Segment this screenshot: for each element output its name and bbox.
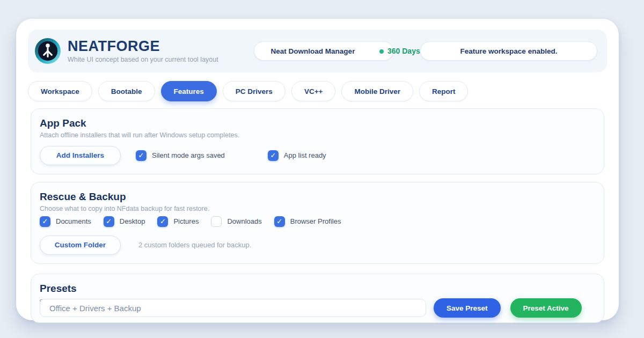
check-icon: ✓ (138, 152, 144, 159)
browser-profiles-checkbox[interactable]: ✓ (274, 216, 285, 227)
browser-profiles-checkbox-group: ✓ Browser Profiles (274, 216, 341, 227)
rescue-backup-title: Rescue & Backup (40, 191, 595, 203)
preset-active-button[interactable]: Preset Active (510, 298, 582, 318)
app-pack-card: App Pack Attach offline installers that … (31, 108, 604, 174)
tab-bootable[interactable]: Bootable (98, 81, 155, 101)
header-right: Neat Download Manager 360 Days Feature w… (254, 41, 597, 61)
save-preset-button[interactable]: Save Preset (434, 298, 501, 318)
app-tagline: White UI concept based on your current t… (68, 56, 218, 63)
status-dot-icon (379, 49, 384, 54)
neatforge-logo-icon (34, 38, 61, 64)
downloads-checkbox-group: Downloads (211, 216, 261, 227)
tab-mobile-driver[interactable]: Mobile Driver (341, 81, 413, 101)
tab-workspace[interactable]: Workspace (28, 81, 92, 101)
downloads-label: Downloads (227, 217, 261, 225)
custom-folder-queue-note: 2 custom folders queued for backup. (138, 241, 251, 249)
app-list-checkbox-group: ✓ App list ready (268, 150, 326, 161)
desktop-label: Desktop (120, 217, 145, 225)
desktop-checkbox-group: ✓ Desktop (104, 216, 145, 227)
check-icon: ✓ (42, 218, 48, 225)
app-list-checkbox[interactable]: ✓ (268, 150, 279, 161)
documents-checkbox-group: ✓ Documents (40, 216, 91, 227)
presets-card: Presets S Save Preset Preset Active (31, 274, 604, 323)
workspace-status-label: Feature workspace enabled. (460, 47, 558, 55)
browser-profiles-label: Browser Profiles (290, 217, 341, 225)
pictures-checkbox-group: ✓ Pictures (157, 216, 199, 227)
check-icon: ✓ (276, 218, 282, 225)
check-icon: ✓ (160, 218, 166, 225)
app-pack-title: App Pack (40, 117, 595, 130)
tab-features[interactable]: Features (161, 81, 217, 101)
documents-checkbox[interactable]: ✓ (40, 216, 50, 227)
rescue-backup-card: Rescue & Backup Choose what to copy into… (31, 182, 604, 264)
silent-mode-label: Silent mode args saved (152, 151, 225, 159)
app-pack-controls: Add Installers ✓ Silent mode args saved … (40, 146, 595, 165)
downloads-checkbox[interactable] (211, 216, 222, 227)
app-header: NEATFORGE White UI concept based on your… (28, 30, 607, 72)
documents-label: Documents (56, 217, 91, 225)
pictures-checkbox[interactable]: ✓ (157, 216, 168, 227)
license-status-label: Neat Download Manager (254, 47, 371, 55)
desktop-checkbox[interactable]: ✓ (104, 216, 114, 227)
tab-vcpp[interactable]: VC++ (291, 81, 336, 101)
check-icon: ✓ (270, 152, 276, 159)
presets-title: Presets (40, 283, 595, 295)
license-status-pill: Neat Download Manager 360 Days (254, 41, 393, 61)
app-list-label: App list ready (284, 151, 326, 159)
license-days-remaining: 360 Days (387, 47, 420, 55)
preset-name-input[interactable] (40, 299, 426, 317)
add-installers-button[interactable]: Add Installers (40, 146, 121, 165)
silent-mode-checkbox[interactable]: ✓ (136, 150, 147, 161)
tab-pc-drivers[interactable]: PC Drivers (223, 81, 286, 101)
custom-folder-row: Custom Folder 2 custom folders queued fo… (40, 236, 595, 255)
pictures-label: Pictures (173, 217, 199, 225)
tab-bar: Workspace Bootable Features PC Drivers V… (28, 81, 607, 101)
main-window: NEATFORGE White UI concept based on your… (16, 19, 619, 320)
app-title: NEATFORGE (68, 39, 218, 55)
backup-folder-checkboxes: ✓ Documents ✓ Desktop ✓ Pictures Downloa… (40, 216, 595, 227)
custom-folder-button[interactable]: Custom Folder (40, 236, 121, 255)
silent-mode-checkbox-group: ✓ Silent mode args saved (136, 150, 225, 161)
tab-report[interactable]: Report (419, 81, 469, 101)
check-icon: ✓ (106, 218, 112, 225)
presets-controls: Save Preset Preset Active (40, 298, 595, 318)
workspace-status-pill: Feature workspace enabled. (420, 41, 597, 61)
rescue-backup-description: Choose what to copy into NFdata backup f… (40, 205, 595, 212)
app-pack-description: Attach offline installers that will run … (40, 131, 595, 139)
brand-block: NEATFORGE White UI concept based on your… (68, 39, 218, 64)
